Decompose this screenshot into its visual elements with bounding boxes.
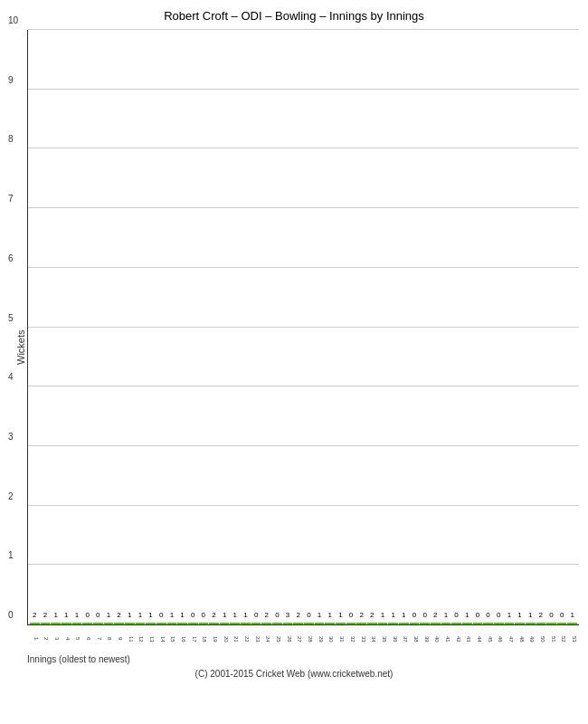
bar-group: 0 — [251, 623, 261, 624]
bar: 0 — [199, 623, 209, 624]
bar-group: 2 — [114, 623, 124, 624]
x-tick-label: 24 — [261, 625, 271, 653]
bar-value-label: 1 — [233, 611, 237, 619]
bar: 0 — [420, 623, 430, 624]
bar-value-label: 3 — [286, 611, 289, 619]
bar-value-label: 1 — [53, 611, 57, 619]
bar-group: 0 — [451, 623, 461, 624]
footer: (C) 2001-2015 Cricket Web (www.cricketwe… — [195, 669, 394, 679]
bar-value-label: 1 — [180, 611, 184, 619]
bar: 1 — [378, 623, 388, 624]
y-tick-label: 9 — [8, 74, 14, 84]
bar-group: 1 — [167, 623, 177, 624]
x-ticks-container: 1234567891112131415161718192021222324252… — [27, 625, 579, 653]
x-tick-label: 52 — [557, 625, 567, 653]
x-tick-label: 44 — [472, 625, 482, 653]
bar-group: 0 — [494, 623, 504, 624]
bar: 0 — [546, 623, 556, 624]
x-tick-label: 51 — [546, 625, 556, 653]
bar-value-label: 1 — [465, 611, 469, 619]
bar: 0 — [156, 623, 166, 624]
x-tick-label: 30 — [325, 625, 335, 653]
x-tick-label: 25 — [271, 625, 281, 653]
bar-group: 2 — [536, 623, 546, 624]
bar-group: 2 — [356, 623, 366, 624]
bar-group: 0 — [546, 623, 556, 624]
y-tick-label: 8 — [8, 134, 14, 144]
bar: 1 — [526, 623, 536, 624]
bar-group: 1 — [567, 623, 577, 624]
bar-group: 1 — [177, 623, 187, 624]
x-tick-label: 8 — [103, 625, 113, 653]
bar: 2 — [356, 623, 366, 624]
bar-value-label: 1 — [170, 611, 174, 619]
bar: 0 — [251, 623, 261, 624]
x-tick-label: 39 — [420, 625, 430, 653]
x-tick-label: 22 — [240, 625, 250, 653]
bar-value-label: 0 — [486, 611, 489, 619]
bar: 0 — [483, 623, 493, 624]
bar-value-label: 2 — [297, 611, 300, 619]
x-tick-label: 46 — [494, 625, 504, 653]
bars-wrapper: 2211100121110110021110203201110221110021… — [28, 30, 579, 624]
bar-value-label: 0 — [549, 611, 553, 619]
bar-value-label: 2 — [33, 611, 36, 619]
bar: 2 — [261, 623, 271, 624]
bar: 1 — [146, 623, 156, 624]
bar-group: 0 — [272, 623, 282, 624]
bar-value-label: 0 — [96, 611, 100, 619]
bar-value-label: 1 — [528, 611, 532, 619]
bar-group: 0 — [199, 623, 209, 624]
bar-value-label: 2 — [539, 611, 543, 619]
bar-value-label: 1 — [128, 611, 131, 619]
bar-value-label: 1 — [223, 611, 226, 619]
bar-group: 1 — [125, 623, 135, 624]
bar-group: 0 — [82, 623, 92, 624]
bar: 1 — [72, 623, 82, 624]
bar-group: 1 — [505, 623, 515, 624]
bar-value-label: 1 — [138, 611, 142, 619]
bar-group: 3 — [283, 623, 293, 624]
x-tick-label: 41 — [441, 625, 450, 653]
bar-group: 1 — [462, 623, 472, 624]
bar-group: 2 — [431, 623, 441, 624]
bar-value-label: 1 — [107, 611, 110, 619]
x-tick-label: 28 — [303, 625, 313, 653]
bar-group: 1 — [515, 623, 525, 624]
bar-group: 2 — [209, 623, 219, 624]
bar: 1 — [567, 623, 577, 624]
y-tick-label: 3 — [8, 431, 14, 441]
bar-value-label: 2 — [43, 611, 47, 619]
bar-group: 1 — [526, 623, 536, 624]
bar-value-label: 1 — [148, 611, 152, 619]
bar: 1 — [505, 623, 515, 624]
bar-value-label: 0 — [202, 611, 205, 619]
x-tick-label: 33 — [356, 625, 366, 653]
bar-value-label: 0 — [476, 611, 479, 619]
y-tick-label: 1 — [8, 550, 14, 560]
bar-value-label: 2 — [433, 611, 437, 619]
x-tick-label: 29 — [314, 625, 324, 653]
bar-group: 2 — [30, 623, 40, 624]
chart-inner: 0123456789102211100121110110021110203201… — [27, 30, 579, 664]
bar: 0 — [410, 623, 420, 624]
bar: 1 — [136, 623, 146, 624]
bar-group: 1 — [146, 623, 156, 624]
x-tick-label: 47 — [504, 625, 514, 653]
bar: 0 — [188, 623, 198, 624]
bar-group: 0 — [473, 623, 483, 624]
x-tick-label: 1 — [29, 625, 39, 653]
bar: 1 — [220, 623, 230, 624]
bar-group: 1 — [336, 623, 346, 624]
x-tick-label: 26 — [282, 625, 292, 653]
bar-value-label: 2 — [117, 611, 120, 619]
bar-group: 2 — [261, 623, 271, 624]
y-axis-label: Wickets — [9, 30, 27, 664]
bar: 0 — [494, 623, 504, 624]
bar-value-label: 2 — [265, 611, 269, 619]
x-tick-label: 49 — [526, 625, 536, 653]
bar-group: 1 — [241, 623, 251, 624]
bar-group: 2 — [41, 623, 51, 624]
bar-group: 1 — [378, 623, 388, 624]
bar-value-label: 2 — [370, 611, 374, 619]
